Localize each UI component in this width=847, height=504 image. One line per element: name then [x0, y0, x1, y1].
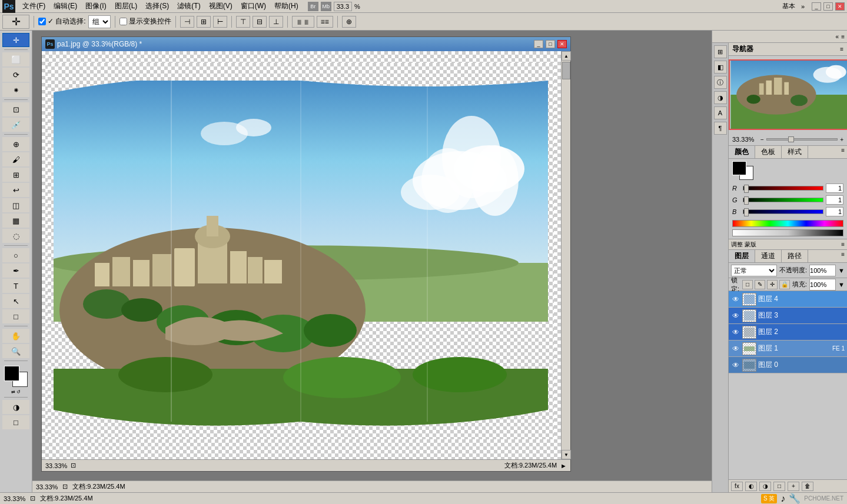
hand-tool-btn[interactable]: ✋	[2, 329, 29, 343]
scroll-down-arrow[interactable]: ▼	[562, 450, 571, 459]
align-bottom-btn[interactable]: ⊥	[269, 16, 283, 28]
nav-icon-btn[interactable]: ⊞	[714, 45, 727, 58]
menu-layers[interactable]: 图层(L)	[111, 0, 141, 12]
color-spectrum[interactable]	[732, 220, 843, 227]
screen-mode-btn[interactable]: □	[2, 415, 29, 429]
navigator-zoom-slider[interactable]	[766, 138, 838, 141]
g-slider-thumb[interactable]	[744, 196, 749, 205]
b-slider[interactable]	[743, 209, 823, 214]
default-colors-btn[interactable]: ↺	[16, 389, 21, 395]
auto-select-mode-select[interactable]: 组	[88, 15, 111, 28]
foreground-background-colors[interactable]	[4, 366, 28, 387]
lock-position-btn[interactable]: ✛	[767, 280, 778, 289]
opacity-input[interactable]	[809, 265, 836, 276]
menu-help[interactable]: 帮助(H)	[271, 0, 302, 12]
restore-button[interactable]: □	[823, 2, 833, 11]
tab-layers[interactable]: 图层	[729, 250, 755, 262]
color-gradient-bar[interactable]	[732, 229, 843, 236]
align-top-btn[interactable]: ⊤	[236, 16, 250, 28]
swap-colors-btn[interactable]: ⇄	[11, 389, 15, 395]
zoom-out-icon[interactable]: −	[760, 136, 764, 143]
blur-tool-btn[interactable]: ◌	[2, 229, 29, 243]
layer-item-0[interactable]: 👁 图层 0	[729, 357, 847, 373]
stamp-tool-btn[interactable]: ⊞	[2, 168, 29, 182]
layers-divider-menu[interactable]: ≡	[841, 241, 845, 248]
fg-color-box[interactable]	[732, 161, 746, 175]
auto-select-checkbox[interactable]	[38, 18, 46, 25]
history-icon-btn[interactable]: ◑	[714, 91, 727, 104]
bridge-icon[interactable]: Br	[308, 2, 318, 11]
layer-delete-btn[interactable]: 🗑	[802, 482, 813, 491]
layer-item-1[interactable]: 👁 图层 1 FE 1	[729, 341, 847, 357]
g-slider[interactable]	[743, 198, 823, 202]
pen-tool-btn[interactable]: ✒	[2, 263, 29, 278]
align-left-btn[interactable]: ⊣	[180, 16, 194, 28]
zoom-tool-btn[interactable]: 🔍	[2, 344, 29, 358]
lock-image-btn[interactable]: ✎	[755, 280, 765, 289]
layers-icon-btn[interactable]: ◧	[714, 61, 727, 74]
move-tool-btn[interactable]: ✛	[2, 33, 29, 47]
layer-fx-btn[interactable]: fx	[731, 482, 743, 491]
ai-icon-btn[interactable]: A	[714, 106, 727, 119]
zoom-slider-thumb[interactable]	[788, 136, 794, 142]
navigator-menu-btn[interactable]: ≡	[840, 46, 843, 52]
fill-input[interactable]	[809, 279, 836, 291]
move-tool[interactable]: ✛	[2, 15, 29, 29]
menu-window[interactable]: 窗口(W)	[237, 0, 270, 12]
color-panel-menu[interactable]: ≡	[839, 146, 847, 158]
tab-paths[interactable]: 路径	[782, 250, 808, 262]
foreground-color[interactable]	[4, 366, 19, 381]
info-icon-btn[interactable]: ⓘ	[714, 76, 727, 89]
b-value-input[interactable]	[826, 207, 843, 216]
panel-expand-icon[interactable]: «	[836, 34, 839, 40]
r-slider-thumb[interactable]	[744, 185, 749, 193]
layer-4-visibility[interactable]: 👁	[731, 295, 740, 304]
expand-icon[interactable]: »	[801, 3, 805, 10]
menu-image[interactable]: 图像(I)	[82, 0, 109, 12]
layer-0-visibility[interactable]: 👁	[731, 361, 740, 370]
minibrige-icon[interactable]: Mb	[321, 2, 331, 11]
scroll-up-arrow[interactable]: ▲	[562, 51, 571, 61]
type-tool-btn[interactable]: T	[2, 279, 29, 293]
extra-btn[interactable]: ⊕	[342, 16, 356, 28]
taskbar-app-icon[interactable]: S 英	[761, 494, 777, 503]
quick-select-tool-btn[interactable]: ⁕	[2, 83, 29, 97]
healing-tool-btn[interactable]: ⊕	[2, 137, 29, 151]
marquee-tool-btn[interactable]: ⬜	[2, 52, 29, 66]
menu-edit[interactable]: 编辑(E)	[50, 0, 81, 12]
layer-2-visibility[interactable]: 👁	[731, 328, 740, 337]
b-slider-thumb[interactable]	[744, 208, 749, 216]
minimize-button[interactable]: _	[812, 2, 821, 11]
brush-tool-btn[interactable]: 🖌	[2, 152, 29, 166]
panel-menu-icon[interactable]: ≡	[841, 34, 845, 40]
opacity-arrow[interactable]: ▼	[838, 267, 845, 274]
tab-channels[interactable]: 通道	[755, 250, 782, 262]
lasso-tool-btn[interactable]: ⟳	[2, 68, 29, 82]
layer-item-3[interactable]: 👁 图层 3	[729, 308, 847, 324]
layer-3-visibility[interactable]: 👁	[731, 311, 740, 321]
distribute-h-btn[interactable]: ⫼⫼	[292, 16, 314, 28]
show-transform-checkbox[interactable]	[119, 18, 127, 25]
shape-tool-btn[interactable]: □	[2, 309, 29, 323]
history-brush-btn[interactable]: ↩	[2, 183, 29, 197]
eraser-tool-btn[interactable]: ◫	[2, 198, 29, 212]
scroll-thumb[interactable]	[562, 62, 570, 79]
quick-mask-btn[interactable]: ◑	[2, 400, 29, 414]
align-center-v-btn[interactable]: ⊞	[197, 16, 211, 28]
doc-close-btn[interactable]: ✕	[557, 40, 567, 48]
lock-transparent-btn[interactable]: □	[742, 280, 753, 289]
eyedropper-tool-btn[interactable]: 💉	[2, 118, 29, 132]
tab-swatches[interactable]: 色板	[755, 146, 782, 158]
close-button[interactable]: ✕	[835, 2, 845, 11]
r-slider[interactable]	[743, 186, 823, 191]
layer-1-visibility[interactable]: 👁	[731, 344, 740, 353]
layer-mask-btn[interactable]: ◐	[745, 482, 757, 491]
r-value-input[interactable]	[826, 183, 843, 193]
layer-item-4[interactable]: 👁	[729, 291, 847, 308]
fg-bg-color-boxes[interactable]	[732, 161, 753, 180]
gradient-tool-btn[interactable]: ▦	[2, 213, 29, 228]
tab-color[interactable]: 颜色	[729, 146, 755, 158]
distribute-v-btn[interactable]: ≡≡	[317, 16, 333, 28]
blend-mode-select[interactable]: 正常	[731, 265, 777, 276]
fill-arrow[interactable]: ▼	[838, 281, 845, 288]
